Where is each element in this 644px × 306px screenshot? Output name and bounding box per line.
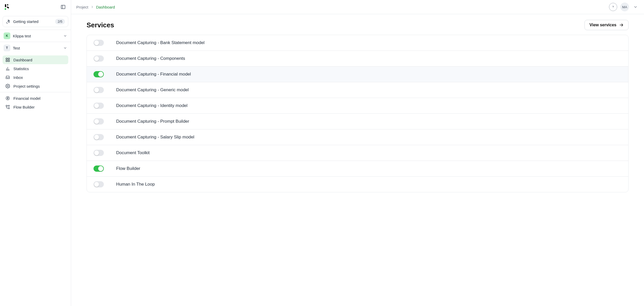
service-row: Document Capturing - Financial model [87, 67, 628, 82]
svg-rect-8 [8, 58, 10, 59]
svg-rect-18 [8, 107, 10, 109]
svg-rect-1 [7, 4, 9, 6]
org-avatar: K [4, 32, 10, 39]
getting-started-label: Getting started [13, 19, 38, 24]
svg-point-19 [8, 105, 10, 106]
nav-label: Dashboard [13, 58, 32, 62]
svg-rect-7 [6, 58, 7, 59]
service-label: Document Capturing - Components [116, 56, 185, 61]
nav-label: Project settings [13, 84, 40, 88]
arrow-right-icon [619, 23, 624, 27]
service-row: Document Capturing - Generic model [87, 82, 628, 98]
nav-financial-model[interactable]: Financial model [3, 94, 68, 103]
project-name: Test [13, 46, 20, 50]
svg-point-20 [613, 8, 613, 8]
nav-project-settings[interactable]: Project settings [3, 82, 68, 90]
svg-point-6 [9, 21, 9, 21]
service-label: Document Capturing - Bank Statement mode… [116, 40, 205, 45]
service-label: Document Capturing - Salary Slip model [116, 135, 194, 140]
view-services-label: View services [589, 23, 616, 27]
service-label: Document Capturing - Prompt Builder [116, 119, 189, 124]
getting-started-progress: 2/5 [55, 19, 65, 24]
flow-icon [5, 105, 10, 109]
inbox-icon [5, 75, 10, 80]
sidebar: Getting started 2/5 K Klippa test T Test [0, 0, 71, 306]
service-row: Human In The Loop [87, 177, 628, 192]
service-row: Flow Builder [87, 161, 628, 177]
nav-statistics[interactable]: Statistics [3, 64, 68, 73]
chevron-right-icon [90, 5, 94, 9]
gear-icon [5, 84, 10, 88]
user-menu-toggle[interactable] [632, 4, 639, 10]
svg-rect-0 [5, 4, 6, 7]
view-services-button[interactable]: View services [584, 20, 629, 30]
svg-rect-4 [61, 5, 65, 9]
nav-label: Flow Builder [13, 105, 35, 109]
chevron-down-icon [63, 46, 67, 50]
org-name: Klippa test [13, 34, 31, 38]
logo [4, 3, 11, 11]
primary-nav: Dashboard Statistics Inbox [0, 54, 71, 92]
service-toggle[interactable] [94, 134, 104, 140]
breadcrumb: Project Dashboard [76, 5, 115, 9]
dollar-circle-icon [5, 96, 10, 101]
service-label: Document Toolkit [116, 150, 150, 155]
help-button[interactable] [609, 3, 617, 11]
service-toggle[interactable] [94, 181, 104, 187]
breadcrumb-root[interactable]: Project [76, 5, 88, 9]
service-row: Document Capturing - Bank Statement mode… [87, 35, 628, 51]
nav-inbox[interactable]: Inbox [3, 73, 68, 82]
service-toggle[interactable] [94, 118, 104, 125]
nav-label: Financial model [13, 96, 40, 101]
svg-rect-10 [8, 60, 10, 62]
service-row: Document Toolkit [87, 145, 628, 161]
svg-rect-2 [7, 6, 9, 9]
service-toggle[interactable] [94, 103, 104, 109]
project-avatar: T [4, 45, 10, 51]
chevron-down-icon [63, 34, 67, 38]
svg-rect-9 [6, 60, 7, 62]
project-switcher[interactable]: T Test [0, 42, 71, 54]
service-label: Document Capturing - Financial model [116, 72, 191, 77]
service-row: Document Capturing - Components [87, 51, 628, 67]
grid-icon [5, 57, 10, 62]
nav-label: Inbox [13, 75, 23, 80]
secondary-nav: Financial model Flow Builder [0, 92, 71, 113]
nav-dashboard[interactable]: Dashboard [3, 55, 68, 64]
service-row: Document Capturing - Identity model [87, 98, 628, 114]
topbar: Project Dashboard MA [71, 0, 644, 14]
sidebar-collapse-button[interactable] [59, 3, 67, 11]
svg-point-15 [7, 86, 9, 87]
org-switcher[interactable]: K Klippa test [0, 30, 71, 42]
getting-started-card[interactable]: Getting started 2/5 [3, 16, 68, 27]
service-toggle[interactable] [94, 166, 104, 172]
nav-flow-builder[interactable]: Flow Builder [3, 103, 68, 111]
user-avatar[interactable]: MA [620, 3, 629, 11]
service-toggle[interactable] [94, 40, 104, 46]
service-label: Flow Builder [116, 166, 140, 171]
service-toggle[interactable] [94, 87, 104, 93]
service-label: Human In The Loop [116, 182, 155, 187]
nav-label: Statistics [13, 67, 29, 71]
service-label: Document Capturing - Generic model [116, 87, 189, 93]
services-heading: Services [87, 21, 114, 29]
service-row: Document Capturing - Prompt Builder [87, 114, 628, 129]
bar-chart-icon [5, 66, 10, 71]
rocket-icon [6, 19, 11, 24]
svg-rect-17 [6, 105, 7, 106]
breadcrumb-current[interactable]: Dashboard [96, 5, 115, 9]
service-row: Document Capturing - Salary Slip model [87, 129, 628, 145]
service-toggle[interactable] [94, 55, 104, 62]
services-list: Document Capturing - Bank Statement mode… [87, 35, 629, 192]
svg-point-3 [5, 8, 6, 10]
service-toggle[interactable] [94, 71, 104, 77]
service-toggle[interactable] [94, 150, 104, 156]
service-label: Document Capturing - Identity model [116, 103, 188, 108]
